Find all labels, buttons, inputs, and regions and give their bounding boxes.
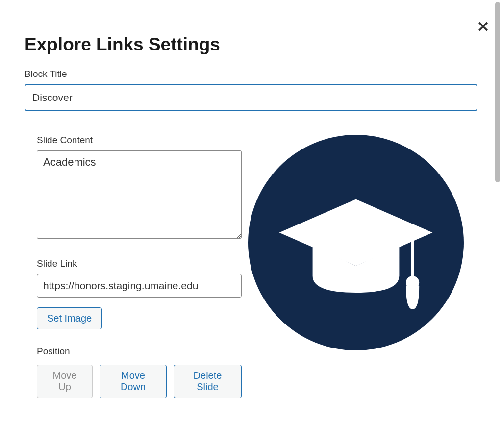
image-circle (248, 135, 464, 350)
delete-slide-button[interactable]: Delete Slide (174, 365, 242, 398)
page-title: Explore Links Settings (25, 34, 477, 55)
close-button[interactable]: ✕ (477, 20, 489, 34)
block-title-input[interactable] (25, 84, 477, 111)
slide-content-label: Slide Content (37, 135, 242, 146)
scrollbar[interactable] (495, 2, 500, 182)
position-button-row: Move Up Move Down Delete Slide (37, 365, 242, 398)
slide-panel: Slide Content Academics Slide Link Set I… (25, 124, 477, 413)
move-down-button[interactable]: Move Down (100, 365, 167, 398)
slide-content-textarea[interactable]: Academics (37, 150, 242, 239)
set-image-button[interactable]: Set Image (37, 307, 102, 329)
graduation-cap-icon (273, 159, 439, 326)
slide-image-preview (247, 135, 465, 398)
slide-left-column: Slide Content Academics Slide Link Set I… (37, 135, 242, 398)
svg-marker-0 (279, 199, 433, 266)
move-up-button: Move Up (37, 365, 93, 398)
close-icon: ✕ (477, 19, 489, 35)
slide-link-input[interactable] (37, 274, 242, 298)
slide-link-label: Slide Link (37, 258, 242, 269)
settings-container: Explore Links Settings Block Title Slide… (0, 0, 502, 438)
block-title-label: Block Title (25, 69, 477, 79)
position-label: Position (37, 346, 242, 357)
